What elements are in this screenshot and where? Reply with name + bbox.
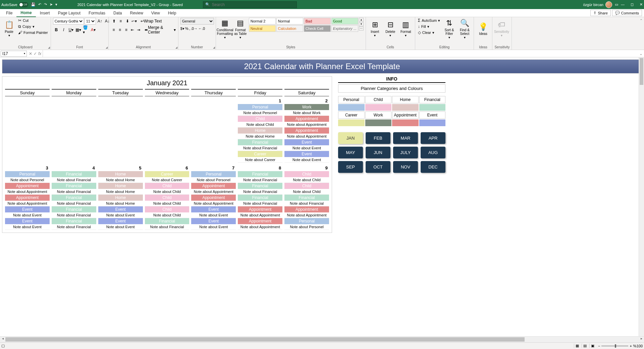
align-bottom-icon[interactable]: ⬇ <box>124 18 131 24</box>
delete-cells-button[interactable]: ⊟Delete▾ <box>383 18 397 40</box>
note-cell[interactable]: Note about Appointment <box>191 189 236 195</box>
copy-button[interactable]: ⧉Copy ▾ <box>17 24 49 29</box>
gallery-more-icon[interactable]: ⋯ <box>359 27 364 31</box>
number-format-select[interactable]: General <box>180 18 214 24</box>
category-cell[interactable]: Appointment <box>5 195 50 201</box>
note-cell[interactable]: Note about Appointment <box>238 212 282 218</box>
category-cell[interactable]: Appointment <box>191 195 236 201</box>
cut-button[interactable]: ✂Cut <box>17 18 49 23</box>
style-check-cell[interactable]: Check Cell <box>304 25 331 32</box>
vertical-scrollbar[interactable] <box>639 57 644 336</box>
align-left-icon[interactable]: ≡ <box>111 27 117 33</box>
expand-formula-bar-icon[interactable]: ⌄ <box>638 51 644 56</box>
tab-data[interactable]: Data <box>109 9 126 17</box>
note-cell[interactable]: Note about Financial <box>238 189 282 195</box>
tab-insert[interactable]: Insert <box>36 9 54 17</box>
category-cell[interactable]: Appointment <box>238 206 282 212</box>
enter-formula-icon[interactable]: ✓ <box>34 51 37 56</box>
search-input[interactable] <box>212 2 294 7</box>
note-cell[interactable]: Note about Event <box>284 145 329 151</box>
month-button-mar[interactable]: MAR <box>393 132 418 144</box>
note-cell[interactable]: Note about Financial <box>52 189 96 195</box>
note-cell[interactable]: Note about Event <box>5 212 50 218</box>
note-cell[interactable]: Note about Event <box>191 212 236 218</box>
note-cell[interactable]: Note about Appointment <box>284 134 329 139</box>
align-top-icon[interactable]: ⬆ <box>111 18 117 24</box>
percent-icon[interactable]: % <box>185 27 189 31</box>
worksheet-area[interactable]: 2021 Calendar with Planner Excel Templat… <box>0 57 644 336</box>
tab-review[interactable]: Review <box>126 9 147 17</box>
note-cell[interactable]: Note about Work <box>284 110 329 116</box>
note-cell[interactable]: Note about Personel <box>238 110 282 116</box>
note-cell[interactable]: Note about Appointment <box>284 122 329 128</box>
zoom-level[interactable]: %100 <box>633 344 643 348</box>
wrap-text-button[interactable]: ↩ Wrap Text <box>140 18 162 24</box>
fill-button[interactable]: ↓Fill ▾ <box>417 24 441 29</box>
autosave-toggle[interactable]: Off <box>19 2 28 7</box>
style-normal2[interactable]: Normal 2 <box>249 18 276 24</box>
note-cell[interactable]: Note about Appointment <box>284 212 329 218</box>
format-as-table-button[interactable]: ▤Format as Table▾ <box>233 18 248 40</box>
category-cell[interactable]: Event <box>191 206 236 212</box>
style-bad[interactable]: Bad <box>304 18 331 24</box>
category-cell[interactable]: Appointment <box>5 183 50 189</box>
format-painter-button[interactable]: 🖌Format Painter <box>17 30 49 35</box>
name-box[interactable]: I17▾ <box>1 51 27 57</box>
category-cell[interactable]: Home <box>98 183 143 189</box>
comma-icon[interactable]: , <box>189 27 190 31</box>
category-cell[interactable]: Event <box>98 218 143 224</box>
note-cell[interactable]: Note about Financial <box>238 201 282 206</box>
month-button-dec[interactable]: DEC <box>421 161 445 173</box>
align-center-icon[interactable]: ≡ <box>117 27 123 33</box>
month-button-sep[interactable]: SEP <box>338 161 363 173</box>
ideas-button[interactable]: 💡Ideas <box>476 18 490 40</box>
category-cell[interactable]: Personal <box>238 104 282 110</box>
format-cells-button[interactable]: ▥Format▾ <box>399 18 413 40</box>
category-cell[interactable]: Career <box>238 151 282 157</box>
share-button[interactable]: ⇪Share <box>590 10 610 16</box>
save-icon[interactable]: 💾 <box>31 2 36 7</box>
maximize-icon[interactable]: ◻ <box>631 2 634 7</box>
note-cell[interactable]: Note about Event <box>98 212 143 218</box>
category-cell[interactable]: Event <box>284 139 329 145</box>
decrease-indent-icon[interactable]: ⇤ <box>129 27 136 33</box>
category-cell[interactable]: Appointment <box>191 183 236 189</box>
scroll-right-icon[interactable]: ▸ <box>639 337 644 342</box>
category-cell[interactable]: Child <box>145 195 190 201</box>
category-cell[interactable]: Event <box>284 151 329 157</box>
close-icon[interactable]: ✕ <box>640 2 643 7</box>
style-explanatory[interactable]: Explanatory ... <box>331 25 358 32</box>
note-cell[interactable]: Note about Home <box>238 134 282 139</box>
increase-font-icon[interactable]: A↑ <box>97 18 103 24</box>
month-button-apr[interactable]: APR <box>421 132 445 144</box>
category-cell[interactable]: Financial <box>52 218 96 224</box>
style-neutral[interactable]: Neutral <box>249 25 276 32</box>
clear-button[interactable]: ◇Clear ▾ <box>417 30 441 35</box>
category-cell[interactable]: Home <box>238 128 282 134</box>
note-cell[interactable]: Note about Financial <box>52 177 96 183</box>
redo-icon[interactable]: ↷ <box>44 2 47 7</box>
category-cell[interactable]: Appointment <box>238 218 282 224</box>
sort-filter-button[interactable]: ⇅Sort & Filter▾ <box>442 18 456 40</box>
category-cell[interactable]: Child <box>284 171 329 177</box>
dialog-launcher-icon[interactable]: ◢ <box>106 46 108 49</box>
note-cell[interactable]: Note about Personel <box>5 177 50 183</box>
cancel-formula-icon[interactable]: ✕ <box>29 51 32 56</box>
note-cell[interactable]: Note about Financial <box>52 212 96 218</box>
minimize-icon[interactable]: — <box>621 2 625 7</box>
dialog-launcher-icon[interactable]: ◢ <box>213 46 215 49</box>
increase-decimal-icon[interactable]: .0→ <box>191 27 198 31</box>
note-cell[interactable]: Note about Financial <box>52 224 96 230</box>
note-cell[interactable]: Note about Financial <box>284 201 329 206</box>
category-cell[interactable]: Financial <box>238 195 282 201</box>
month-button-july[interactable]: JULY <box>393 147 418 158</box>
category-cell[interactable]: Financial <box>145 218 190 224</box>
note-cell[interactable]: Note about Event <box>98 224 143 230</box>
note-cell[interactable]: Note about Home <box>98 189 143 195</box>
user-account[interactable]: özgür bircan <box>583 1 612 8</box>
tab-view[interactable]: View <box>147 9 164 17</box>
underline-button[interactable]: U▾ <box>68 27 74 33</box>
category-cell[interactable]: Event <box>5 206 50 212</box>
collapse-ribbon-icon[interactable]: ⌃ <box>638 17 644 50</box>
category-cell[interactable]: Work <box>284 104 329 110</box>
